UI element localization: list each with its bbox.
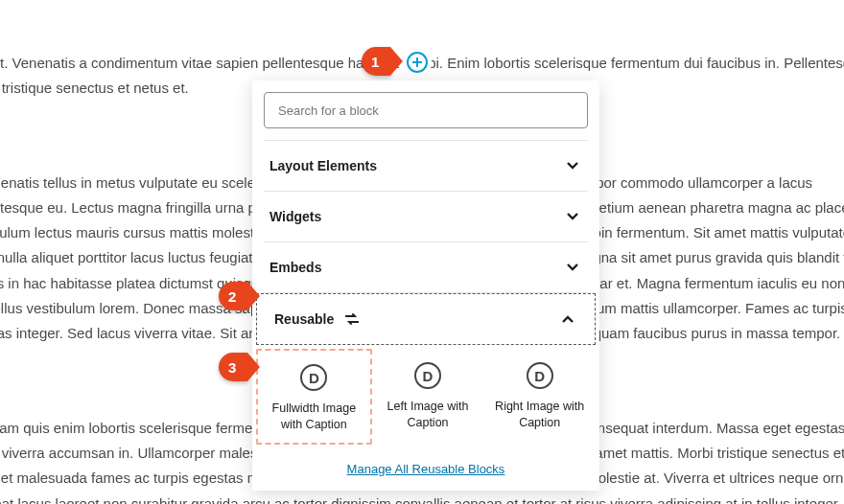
reusable-block-fullwidth-image[interactable]: D Fullwidth Image with Caption [256, 349, 372, 445]
reusable-icon [343, 312, 361, 326]
chevron-down-icon [563, 156, 582, 175]
chevron-down-icon [563, 258, 582, 277]
category-reusable[interactable]: Reusable [256, 293, 596, 345]
category-layout-elements[interactable]: Layout Elements [252, 141, 599, 191]
block-type-icon: D [300, 364, 327, 391]
add-block-button[interactable] [403, 48, 432, 77]
block-type-icon: D [414, 362, 441, 389]
category-label: Reusable [274, 311, 334, 327]
category-label: Layout Elements [270, 158, 377, 173]
block-title: Right Image with Caption [490, 399, 590, 431]
chevron-down-icon [563, 207, 582, 226]
block-inserter-panel: Layout Elements Widgets Embeds Reusable [252, 80, 599, 491]
reusable-block-left-image[interactable]: D Left Image with Caption [372, 349, 484, 445]
category-embeds[interactable]: Embeds [252, 242, 599, 292]
block-title: Left Image with Caption [378, 399, 478, 431]
category-label: Widgets [270, 209, 321, 224]
reusable-blocks-grid: D Fullwidth Image with Caption D Left Im… [252, 345, 599, 450]
block-title: Fullwidth Image with Caption [264, 401, 363, 433]
manage-reusable-blocks-link[interactable]: Manage All Reusable Blocks [347, 462, 505, 476]
chevron-up-icon [558, 309, 577, 329]
plus-circle-icon [406, 51, 429, 74]
block-type-icon: D [527, 362, 553, 389]
reusable-block-right-image[interactable]: D Right Image with Caption [483, 349, 596, 445]
category-widgets[interactable]: Widgets [252, 192, 599, 241]
category-label: Embeds [270, 260, 321, 275]
search-input[interactable] [264, 92, 588, 128]
